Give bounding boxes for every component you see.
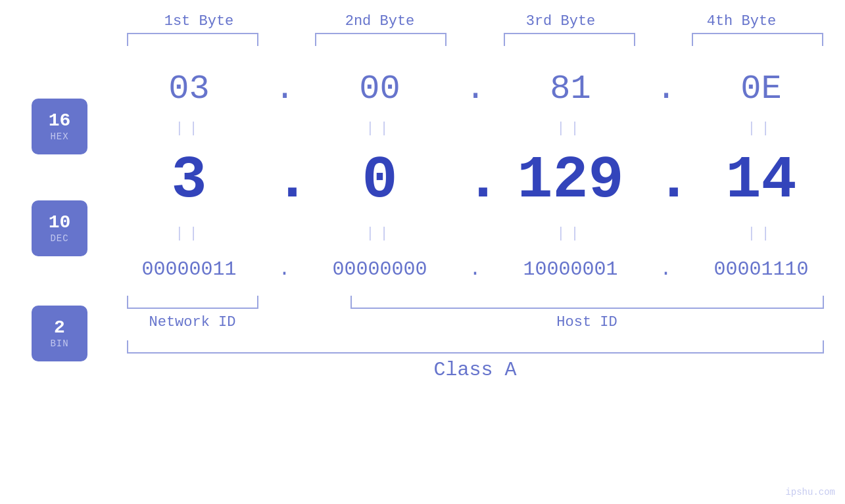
hex-byte4: 0E (696, 70, 827, 108)
bin-badge: 2 BIN (32, 306, 87, 361)
bracket-top-1 (127, 33, 258, 46)
equals-1-b3: || (505, 120, 637, 137)
dec-dot2: . (466, 147, 485, 214)
dec-badge-label: DEC (50, 233, 68, 244)
dec-badge: 10 DEC (32, 200, 87, 256)
hex-byte2: 00 (314, 70, 446, 108)
watermark: ipshu.com (785, 487, 835, 497)
hex-badge: 16 HEX (32, 99, 87, 154)
bracket-host (350, 296, 824, 309)
bin-dot3: . (656, 258, 676, 281)
hex-dot3: . (656, 70, 676, 108)
class-label: Class A (127, 359, 824, 381)
dec-byte1: 3 (124, 147, 255, 214)
hex-dot1: . (275, 70, 295, 108)
hex-row: 03 . 00 . 81 . 0E (114, 62, 837, 115)
bin-row: 00000011 . 00000000 . 10000001 . 0000111… (114, 246, 837, 292)
header-col3: 3rd Byte (479, 13, 643, 30)
host-id-label: Host ID (350, 314, 824, 331)
bin-dot2: . (466, 258, 485, 281)
equals-row-2: || || || || (114, 220, 837, 246)
equals-2-b3: || (505, 225, 637, 242)
bottom-section: Network ID Host ID (127, 292, 824, 331)
bracket-top-4 (692, 33, 823, 46)
equals-1-b4: || (696, 120, 827, 137)
header-col4: 4th Byte (660, 13, 824, 30)
main-container: 1st Byte 2nd Byte 3rd Byte 4th Byte 16 H… (0, 0, 845, 504)
dec-byte2: 0 (314, 147, 446, 214)
bracket-top-3 (504, 33, 635, 46)
bin-byte4: 00001110 (696, 258, 827, 281)
bin-byte1: 00000011 (124, 258, 255, 281)
headers-row: 1st Byte 2nd Byte 3rd Byte 4th Byte (109, 13, 832, 30)
labels-row: Network ID Host ID (127, 314, 824, 331)
equals-2-b2: || (314, 225, 446, 242)
equals-2-b4: || (696, 225, 827, 242)
equals-row-1: || || || || (114, 115, 837, 141)
dec-row: 3 . 0 . 129 . 14 (114, 141, 837, 220)
equals-2-b1: || (124, 225, 255, 242)
bin-dot1: . (275, 258, 295, 281)
bin-byte3: 10000001 (505, 258, 637, 281)
bracket-bottom-row (127, 296, 824, 309)
equals-1-b2: || (314, 120, 446, 137)
top-brackets-row (127, 33, 824, 46)
bin-badge-label: BIN (50, 338, 68, 349)
class-section: Class A (127, 340, 824, 381)
hex-badge-label: HEX (50, 131, 68, 142)
equals-1-b1: || (124, 120, 255, 137)
bracket-network (127, 296, 258, 309)
hex-byte3: 81 (505, 70, 637, 108)
network-id-label: Network ID (127, 314, 258, 331)
bracket-top-2 (315, 33, 447, 46)
hex-badge-number: 16 (49, 111, 71, 131)
dec-dot1: . (275, 147, 295, 214)
dec-badge-number: 10 (49, 213, 71, 233)
hex-byte1: 03 (124, 70, 255, 108)
bin-byte2: 00000000 (314, 258, 446, 281)
bin-badge-number: 2 (54, 318, 65, 338)
hex-dot2: . (466, 70, 485, 108)
header-col2: 2nd Byte (298, 13, 462, 30)
header-col1: 1st Byte (117, 13, 281, 30)
dec-byte3: 129 (505, 147, 637, 214)
bracket-class (127, 340, 824, 354)
dec-byte4: 14 (696, 147, 827, 214)
dec-dot3: . (656, 147, 676, 214)
